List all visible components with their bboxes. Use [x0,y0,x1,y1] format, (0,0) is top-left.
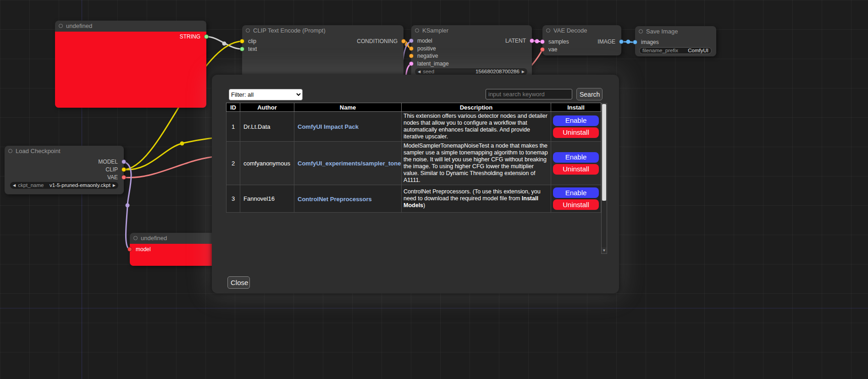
input-slot-samples[interactable]: samples [542,38,569,45]
output-slot-string[interactable]: STRING [180,33,206,40]
model-pin-icon[interactable] [127,247,132,252]
next-arrow-icon[interactable]: ▶ [113,182,116,189]
enable-button[interactable]: Enable [553,187,599,198]
node-undefined-top[interactable]: undefined STRING [55,21,206,108]
scrollbar[interactable]: ▼ [601,103,607,254]
enable-button[interactable]: Enable [553,115,599,126]
collapse-dot-icon[interactable] [8,149,12,153]
latent-pin-icon[interactable] [540,39,545,44]
output-slot-latent[interactable]: LATENT [505,38,532,44]
conditioning-pin-icon[interactable] [409,54,414,58]
extension-description: This extension offers various detector n… [402,112,551,142]
node-header[interactable]: Save Image [635,26,716,37]
input-slot-model[interactable]: model [411,38,432,44]
decrement-arrow-icon[interactable]: ◀ [418,68,420,75]
extension-link[interactable]: ComfyUI Impact Pack [295,123,359,130]
slot-label: model [136,246,151,253]
collapse-dot-icon[interactable] [59,24,63,28]
wire-dot-conditioning [405,43,409,47]
uninstall-button[interactable]: Uninstall [553,127,599,138]
column-header-description: Description [402,103,551,112]
model-pin-icon[interactable] [409,38,414,43]
input-slot-model[interactable]: model [130,246,151,253]
collapse-dot-icon[interactable] [415,28,419,33]
node-header[interactable]: VAE Decode [542,25,621,36]
scrollbar-thumb[interactable] [602,104,606,201]
description-text: ControlNet Preprocessors. (To use this e… [404,188,541,202]
increment-arrow-icon[interactable]: ▶ [522,68,525,75]
wire-dot-clip [180,142,184,146]
input-slot-text[interactable]: text [242,46,257,52]
node-header[interactable]: undefined [55,21,206,32]
slot-label: samples [548,38,569,45]
filter-select[interactable]: Filter: all [229,89,303,100]
search-button[interactable]: Search [576,88,603,100]
column-header-author: Author [240,103,294,112]
node-title: CLIP Text Encode (Prompt) [253,27,326,34]
node-header[interactable]: Load Checkpoint [5,146,124,157]
input-slot-images[interactable]: images [635,39,659,45]
search-input[interactable] [486,89,572,99]
input-slot-negative[interactable]: negative [411,53,438,59]
node-load-checkpoint[interactable]: Load Checkpoint MODEL CLIP VAE ◀ ckpt_na… [5,146,124,194]
model-pin-icon[interactable] [122,159,126,164]
description-text: ) [423,202,425,209]
output-slot-vae[interactable]: VAE [107,174,124,181]
output-slot-clip[interactable]: CLIP [105,166,124,173]
node-header[interactable]: KSampler [411,25,532,36]
image-pin-icon[interactable] [619,39,624,44]
collapse-dot-icon[interactable] [133,236,138,240]
scrollbar-down-button[interactable]: ▼ [602,247,607,253]
close-button[interactable]: Close [227,276,250,289]
widget-label: filename_prefix [642,47,678,54]
extension-link[interactable]: ControlNet Preprocessors [295,196,372,203]
input-slot-latent-image[interactable]: latent_image [411,60,449,67]
slot-label: VAE [107,174,118,181]
input-slot-positive[interactable]: positive [411,45,436,52]
extension-row: 2 comfyanonymous ComfyUI_experiments/sam… [227,142,601,185]
previous-arrow-icon[interactable]: ◀ [13,182,16,189]
latent-pin-icon[interactable] [409,61,414,66]
conditioning-pin-icon[interactable] [401,39,406,44]
extension-table: ID Author Name Description Install 1 Dr.… [226,103,601,213]
node-title: undefined [66,22,92,29]
input-slot-vae[interactable]: vae [542,46,557,53]
node-vae-decode[interactable]: VAE Decode samples vae IMAGE [542,25,621,55]
extension-author: Dr.Lt.Data [240,112,294,142]
string-pin-icon[interactable] [240,47,244,51]
uninstall-button[interactable]: Uninstall [553,164,599,175]
extension-id: 3 [227,185,240,213]
clip-pin-icon[interactable] [122,167,126,172]
node-title: KSampler [422,27,448,34]
image-pin-icon[interactable] [633,40,637,44]
latent-pin-icon[interactable] [530,38,534,43]
string-pin-icon[interactable] [204,34,209,39]
slot-label: LATENT [505,38,526,44]
wire-dot-image [626,40,630,44]
output-slot-conditioning[interactable]: CONDITIONING [357,38,404,44]
slot-label: positive [417,45,436,52]
filename-prefix-widget[interactable]: filename_prefix ComfyUI [639,47,712,54]
clip-pin-icon[interactable] [240,39,244,44]
collapse-dot-icon[interactable] [246,28,250,33]
extension-link[interactable]: ComfyUI_experiments/sampler_tonemap [295,160,402,167]
ckpt-name-widget[interactable]: ◀ ckpt_name v1-5-pruned-emaonly.ckpt ▶ [10,182,118,189]
collapse-dot-icon[interactable] [546,28,550,33]
output-slot-image[interactable]: IMAGE [597,38,621,45]
node-save-image[interactable]: Save Image images filename_prefix ComfyU… [635,26,716,56]
conditioning-pin-icon[interactable] [409,46,414,51]
slot-label: images [641,39,659,45]
seed-widget[interactable]: ◀ seed 156680208700286 ▶ [415,68,527,75]
output-slot-model[interactable]: MODEL [98,159,124,165]
slot-label: text [248,46,257,52]
uninstall-button[interactable]: Uninstall [553,199,599,210]
vae-pin-icon[interactable] [122,175,126,180]
node-header[interactable]: CLIP Text Encode (Prompt) [242,25,404,36]
collapse-dot-icon[interactable] [639,29,643,33]
node-header[interactable]: undefined [130,233,216,244]
enable-button[interactable]: Enable [553,152,599,163]
input-slot-clip[interactable]: clip [242,38,256,44]
vae-pin-icon[interactable] [540,47,545,52]
wire-dot-latent [535,39,539,44]
node-undefined-bottom[interactable]: undefined model [130,233,216,266]
